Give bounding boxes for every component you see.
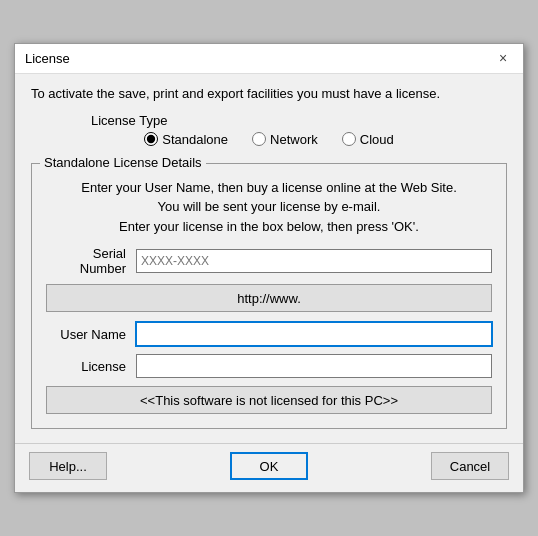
status-button: <<This software is not licensed for this… (46, 386, 492, 414)
license-input[interactable] (136, 354, 492, 378)
ok-button[interactable]: OK (230, 452, 308, 480)
license-row: License (46, 354, 492, 378)
standalone-details-section: Standalone License Details Enter your Us… (31, 163, 507, 430)
radio-cloud[interactable]: Cloud (342, 132, 394, 147)
radio-network[interactable]: Network (252, 132, 318, 147)
help-button[interactable]: Help... (29, 452, 107, 480)
dialog-body: To activate the save, print and export f… (15, 74, 523, 440)
radio-standalone-label: Standalone (162, 132, 228, 147)
radio-standalone[interactable]: Standalone (144, 132, 228, 147)
user-name-input[interactable] (136, 322, 492, 346)
license-type-label: License Type (31, 113, 167, 128)
url-button[interactable]: http://www. (46, 284, 492, 312)
radio-network-input[interactable] (252, 132, 266, 146)
serial-number-label: Serial Number (46, 246, 136, 276)
footer-right: Cancel (431, 452, 509, 480)
radio-cloud-label: Cloud (360, 132, 394, 147)
intro-text: To activate the save, print and export f… (31, 86, 507, 101)
radio-cloud-input[interactable] (342, 132, 356, 146)
license-dialog: License × To activate the save, print an… (14, 43, 524, 494)
section-desc-line2: You will be sent your license by e-mail. (46, 197, 492, 217)
serial-number-input[interactable] (136, 249, 492, 273)
dialog-footer: Help... OK Cancel (15, 443, 523, 492)
serial-number-row: Serial Number (46, 246, 492, 276)
footer-center: OK (107, 452, 431, 480)
title-bar: License × (15, 44, 523, 74)
user-name-label: User Name (46, 327, 136, 342)
license-type-group: License Type Standalone Network Cloud (31, 113, 507, 147)
radio-network-label: Network (270, 132, 318, 147)
dialog-title: License (25, 51, 70, 66)
close-button[interactable]: × (493, 48, 513, 68)
license-label: License (46, 359, 136, 374)
radio-group: Standalone Network Cloud (31, 132, 507, 147)
section-title: Standalone License Details (40, 155, 206, 170)
footer-left: Help... (29, 452, 107, 480)
section-description: Enter your User Name, then buy a license… (46, 178, 492, 237)
cancel-button[interactable]: Cancel (431, 452, 509, 480)
section-desc-line3: Enter your license in the box below, the… (46, 217, 492, 237)
section-desc-line1: Enter your User Name, then buy a license… (46, 178, 492, 198)
user-name-row: User Name (46, 322, 492, 346)
radio-standalone-input[interactable] (144, 132, 158, 146)
